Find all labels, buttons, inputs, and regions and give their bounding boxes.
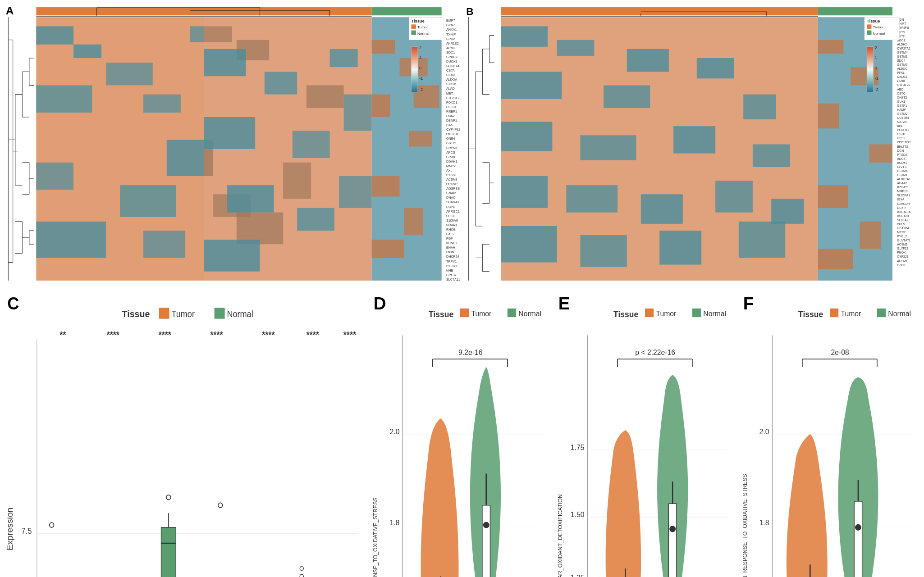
svg-rect-31 bbox=[36, 26, 73, 44]
svg-rect-392 bbox=[645, 309, 654, 317]
svg-text:ALAD: ALAD bbox=[446, 87, 455, 91]
svg-text:-2: -2 bbox=[419, 87, 423, 92]
svg-text:1.25: 1.25 bbox=[571, 574, 585, 577]
panel-e: E Tissue Tumor Normal ssGSEA score of CE… bbox=[554, 292, 736, 577]
svg-text:Normal: Normal bbox=[703, 310, 726, 318]
svg-text:CSTA: CSTA bbox=[446, 69, 455, 73]
svg-text:AGSRBS: AGSRBS bbox=[446, 187, 460, 191]
svg-text:****: **** bbox=[306, 330, 320, 340]
svg-text:Tumor: Tumor bbox=[841, 310, 861, 318]
svg-rect-178 bbox=[860, 222, 881, 249]
svg-rect-166 bbox=[715, 181, 753, 213]
svg-text:GNAI2: GNAI2 bbox=[446, 191, 456, 195]
svg-rect-163 bbox=[501, 176, 548, 208]
svg-text:GYK7: GYK7 bbox=[446, 23, 455, 27]
svg-rect-152 bbox=[501, 26, 548, 46]
svg-rect-179 bbox=[818, 249, 853, 269]
svg-text:Tumor: Tumor bbox=[171, 309, 194, 319]
svg-text:GSTP1: GSTP1 bbox=[897, 104, 907, 107]
svg-text:SLC37A1: SLC37A1 bbox=[897, 194, 910, 197]
svg-text:1.8: 1.8 bbox=[759, 519, 769, 527]
svg-text:EAF2: EAF2 bbox=[446, 232, 454, 236]
svg-text:CA5: CA5 bbox=[446, 123, 453, 127]
svg-text:PTGDS: PTGDS bbox=[897, 153, 908, 156]
svg-text:ALDH1A1: ALDH1A1 bbox=[897, 177, 910, 181]
svg-text:GBD3: GBD3 bbox=[897, 264, 906, 267]
svg-text:APCS: APCS bbox=[446, 151, 455, 154]
svg-rect-34 bbox=[36, 85, 92, 112]
svg-text:TXNIP: TXNIP bbox=[446, 33, 456, 36]
svg-text:ACAA2: ACAA2 bbox=[897, 182, 907, 185]
svg-text:-1: -1 bbox=[419, 76, 423, 81]
svg-text:7.5: 7.5 bbox=[22, 527, 32, 536]
svg-text:GPX8: GPX8 bbox=[446, 155, 455, 159]
svg-text:GSTM4: GSTM4 bbox=[897, 51, 907, 54]
svg-text:GPF37: GPF37 bbox=[446, 273, 457, 277]
svg-text:SDC1: SDC1 bbox=[446, 51, 455, 55]
svg-rect-1 bbox=[372, 7, 442, 15]
svg-text:1.75: 1.75 bbox=[571, 444, 585, 451]
svg-text:GSTM1: GSTM1 bbox=[897, 173, 907, 177]
svg-rect-55 bbox=[297, 208, 334, 231]
svg-text:DDAH1: DDAH1 bbox=[446, 160, 457, 164]
svg-text:MET: MET bbox=[446, 92, 453, 95]
svg-text:ESC31: ESC31 bbox=[446, 105, 457, 109]
svg-text:****: **** bbox=[262, 330, 275, 340]
svg-rect-161 bbox=[673, 126, 715, 153]
svg-text:CYP27A1: CYP27A1 bbox=[897, 47, 910, 50]
svg-text:MMP10: MMP10 bbox=[897, 190, 907, 193]
svg-text:GSTM5: GSTM5 bbox=[897, 63, 907, 66]
svg-rect-162 bbox=[753, 144, 790, 167]
svg-rect-54 bbox=[227, 185, 274, 212]
svg-text:S100A9: S100A9 bbox=[446, 219, 458, 223]
svg-text:D: D bbox=[374, 294, 386, 313]
svg-text:ENAH: ENAH bbox=[446, 246, 455, 250]
svg-rect-59 bbox=[372, 40, 395, 54]
svg-rect-176 bbox=[869, 144, 892, 162]
svg-rect-0 bbox=[36, 7, 371, 15]
svg-rect-153 bbox=[557, 40, 595, 56]
svg-rect-363 bbox=[460, 309, 469, 317]
svg-text:ALDOA: ALDOA bbox=[446, 78, 457, 82]
svg-text:ssGSEA score of RESPONSE_TO_OX: ssGSEA score of RESPONSE_TO_OXIDATIVE_ST… bbox=[372, 497, 379, 577]
svg-text:B: B bbox=[466, 6, 473, 17]
svg-text:GUK1: GUK1 bbox=[897, 100, 906, 103]
svg-rect-385 bbox=[482, 505, 490, 577]
svg-rect-57 bbox=[204, 240, 260, 272]
svg-text:ABO: ABO bbox=[897, 88, 903, 91]
svg-text:ARM2: ARM2 bbox=[446, 46, 455, 50]
svg-rect-173 bbox=[818, 40, 844, 54]
svg-text:ALDOC: ALDOC bbox=[897, 67, 907, 70]
svg-text:BZGAT1: BZGAT1 bbox=[897, 186, 909, 189]
svg-rect-171 bbox=[739, 222, 785, 258]
svg-text:DGN: DGN bbox=[897, 149, 904, 152]
panel-a-label: A bbox=[6, 5, 14, 17]
svg-text:LYV1.1: LYV1.1 bbox=[897, 165, 907, 168]
svg-rect-51 bbox=[293, 131, 330, 158]
svg-rect-312 bbox=[161, 527, 176, 577]
svg-rect-56 bbox=[339, 176, 371, 208]
svg-text:C: C bbox=[7, 293, 19, 313]
svg-text:PTGS1: PTGS1 bbox=[446, 173, 457, 177]
svg-text:IGXA: IGXA bbox=[897, 198, 905, 201]
svg-text:MPC2: MPC2 bbox=[897, 231, 906, 234]
svg-rect-138 bbox=[411, 47, 417, 92]
svg-text:1: 1 bbox=[419, 55, 421, 60]
svg-rect-169 bbox=[580, 235, 627, 267]
svg-rect-32 bbox=[73, 45, 101, 58]
svg-rect-174 bbox=[851, 67, 878, 85]
svg-text:GLYF12: GLYF12 bbox=[897, 247, 908, 250]
svg-text:SDC4: SDC4 bbox=[897, 59, 905, 62]
svg-rect-50 bbox=[204, 117, 255, 149]
svg-text:PNOX: PNOX bbox=[897, 251, 906, 254]
heatmap-a: BMP7 GYK7 ANXA1 TXNIP GPX2 AKR1E2 ARM2 S… bbox=[4, 4, 460, 290]
svg-rect-43 bbox=[143, 231, 185, 258]
svg-text:AKR1E2: AKR1E2 bbox=[446, 42, 459, 45]
svg-text:BSGA23: BSGA23 bbox=[897, 214, 909, 218]
svg-rect-274 bbox=[159, 308, 169, 319]
svg-text:2.0: 2.0 bbox=[390, 428, 400, 436]
svg-rect-168 bbox=[501, 226, 557, 263]
svg-text:UGT2B4: UGT2B4 bbox=[897, 116, 909, 119]
svg-point-314 bbox=[166, 495, 171, 500]
svg-rect-365 bbox=[508, 309, 516, 317]
